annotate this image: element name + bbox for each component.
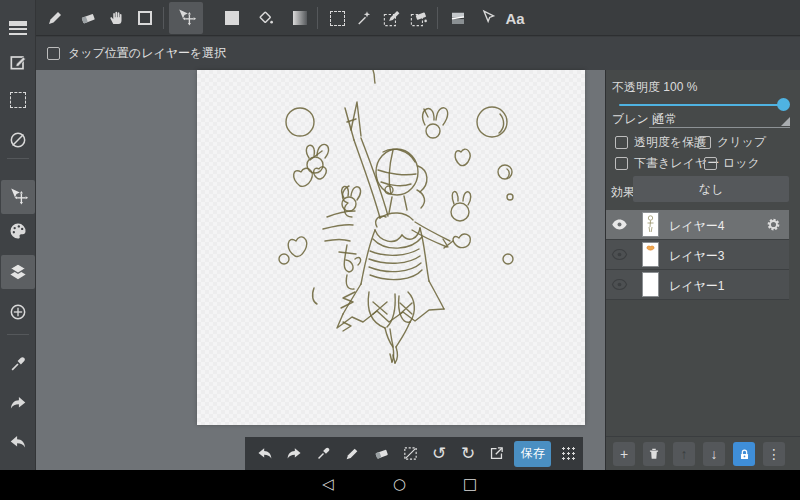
menu-button[interactable] [1,5,35,39]
add-layer-button[interactable]: + [613,442,635,466]
redo-button[interactable] [280,440,309,468]
nav-home-button[interactable]: ○ [393,475,406,493]
nav-back-button[interactable]: ◁ [322,475,334,493]
select-eraser-icon [409,9,428,28]
lock-label: ロック [723,155,760,172]
top-toolbar: Aa [36,0,800,36]
rotate-cw-icon: ↻ [461,443,475,464]
bucket-tool-button[interactable] [251,2,281,34]
select-rect-tool-button[interactable] [322,2,352,34]
divide-tool-button[interactable] [443,2,473,34]
save-button[interactable]: 保存 [514,441,551,467]
layer-name: レイヤー3 [669,248,725,265]
layer-row-1[interactable]: レイヤー1 [606,270,789,300]
move-layer-up-button[interactable]: ↑ [673,442,695,466]
rotate-cw-button[interactable]: ↻ [454,440,483,468]
selection-button[interactable] [1,83,35,117]
eyedropper-icon [8,354,28,374]
android-navigation-bar: ◁ ○ □ [0,470,800,500]
hand-tool-button[interactable] [102,2,132,34]
gradient-tool-button[interactable] [285,2,315,34]
visibility-eye-icon[interactable] [611,217,628,232]
eraser-button[interactable] [367,440,396,468]
eyedropper-button[interactable] [1,347,35,381]
layer-row-3[interactable]: レイヤー3 [606,240,789,270]
effect-button[interactable]: なし [633,176,789,202]
pen-button[interactable] [338,440,367,468]
filled-square-icon [225,11,239,25]
move-layer-down-button[interactable]: ↓ [703,442,725,466]
redo-button[interactable] [1,386,35,420]
layers-panel-button[interactable] [1,255,35,289]
move-cursor-icon [175,7,197,29]
delete-layer-button[interactable] [643,442,665,466]
redo-arrow-icon [285,445,303,462]
canvas-bottom-toolbar: ↺ ↻ 保存 [245,437,583,470]
workspace[interactable] [36,70,605,470]
layer-menu-button[interactable]: ⋮ [763,442,785,466]
eraser-icon [79,9,97,27]
opacity-label: 不透明度 100 % [612,79,697,96]
protect-alpha-checkbox[interactable] [615,136,628,149]
cursor-arrow-icon [478,9,496,27]
sidebar-divider [7,334,29,335]
sidebar-divider [7,158,29,159]
opacity-value: 100 % [663,80,697,94]
text-tool-button[interactable]: Aa [500,2,530,34]
paint-bucket-icon [257,9,275,27]
save-button-label: 保存 [521,445,545,462]
clip-checkbox[interactable] [698,136,711,149]
draft-layer-checkbox[interactable] [615,157,628,170]
select-eraser-tool-button[interactable] [403,2,433,34]
pen-icon [344,446,360,462]
blend-select[interactable]: 通常 [649,107,790,128]
export-button[interactable] [483,440,512,468]
move-tool-button[interactable] [169,2,203,34]
layer-thumbnail [642,212,659,237]
drawing-canvas[interactable] [197,70,585,425]
crosshair-circle-icon [8,302,28,322]
magic-wand-tool-button[interactable] [349,2,379,34]
snap-button[interactable] [1,295,35,329]
dashed-selection-icon [330,11,345,26]
grid-menu-button[interactable] [554,440,583,468]
operation-tool-button[interactable] [472,2,502,34]
select-pen-tool-button[interactable] [376,2,406,34]
rotate-ccw-button[interactable]: ↺ [425,440,454,468]
slider-track [619,104,789,107]
layers-icon [7,261,29,283]
dropdown-corner-icon [781,117,790,126]
fill-rect-tool-button[interactable] [217,2,247,34]
layer-row-4[interactable]: レイヤー4 [606,210,789,240]
eyedropper-button[interactable] [309,440,338,468]
effect-value: なし [699,181,724,198]
visibility-eye-icon[interactable] [611,247,628,262]
select-layer-by-tap-checkbox[interactable] [47,47,60,60]
layer-list: レイヤー4 レイヤー3 レイヤー1 [606,210,789,300]
slash-circle-icon [8,130,28,150]
undo-button[interactable] [251,440,280,468]
deselect-button[interactable] [396,440,425,468]
lock-checkbox[interactable] [704,157,717,170]
gradient-icon [293,11,307,25]
visibility-eye-icon[interactable] [611,277,628,292]
shape-tool-button[interactable] [130,2,160,34]
edit-canvas-button[interactable] [1,45,35,79]
lock-icon [738,448,751,461]
pen-tool-button[interactable] [40,2,70,34]
eraser-tool-button[interactable] [73,2,103,34]
color-palette-button[interactable] [1,214,35,248]
redo-arrow-icon [8,393,28,413]
layer-settings-gear-icon[interactable] [766,217,781,232]
split-panel-icon [449,9,467,27]
undo-button[interactable] [1,425,35,459]
lock-layer-button[interactable] [733,442,755,466]
clip-label: クリップ [717,134,766,151]
arrow-down-icon: ↓ [711,446,718,462]
nav-recents-button[interactable]: □ [463,475,477,493]
export-icon [488,445,505,462]
deselect-button[interactable] [1,123,35,157]
sub-toolbar: タップ位置のレイヤーを選択 [36,37,800,70]
more-vertical-icon: ⋮ [767,446,781,462]
sidebar-move-tool[interactable] [1,180,35,214]
